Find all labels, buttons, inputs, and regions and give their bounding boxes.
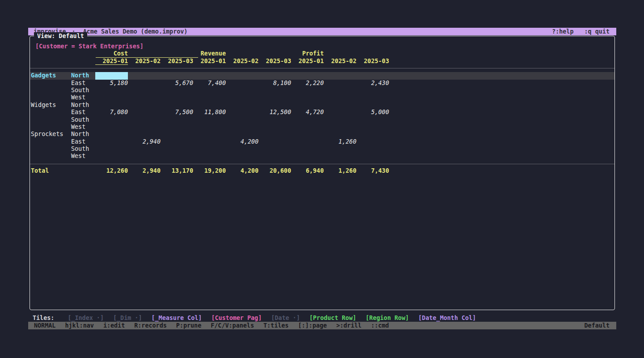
value-cell[interactable] [193, 124, 226, 131]
value-cell[interactable] [95, 124, 128, 131]
row-label-product[interactable] [30, 145, 71, 153]
value-cell[interactable] [161, 138, 193, 145]
row-label-product[interactable] [30, 138, 71, 145]
row-label-region[interactable]: West [71, 153, 95, 160]
row-label-product[interactable]: Widgets [30, 102, 71, 109]
value-cell[interactable] [161, 131, 193, 138]
tile-measure[interactable]: [_Measure Col] [152, 314, 202, 322]
value-cell[interactable] [356, 138, 389, 145]
row-label-product[interactable] [30, 109, 71, 116]
value-cell[interactable] [161, 102, 193, 109]
value-cell[interactable]: 5,670 [161, 80, 193, 87]
row-label-region[interactable]: North [71, 102, 95, 109]
value-cell[interactable] [258, 153, 291, 160]
month-header-cell[interactable]: 2025-03 [356, 58, 389, 65]
value-cell[interactable] [291, 124, 324, 131]
tile-region[interactable]: [Region Row] [366, 314, 409, 322]
row-label-product[interactable] [30, 153, 71, 160]
value-cell[interactable] [324, 145, 356, 153]
value-cell[interactable]: 4,200 [226, 138, 258, 145]
value-cell[interactable] [291, 138, 324, 145]
value-cell[interactable] [324, 72, 356, 79]
value-cell[interactable] [95, 131, 128, 138]
tile-dim[interactable]: [_Dim ·] [113, 314, 142, 322]
value-cell[interactable] [356, 145, 389, 153]
value-cell[interactable] [95, 94, 128, 101]
row-label-region[interactable]: North [71, 72, 95, 79]
value-cell[interactable] [324, 102, 356, 109]
value-cell[interactable] [226, 145, 258, 153]
value-cell[interactable]: 2,940 [128, 138, 161, 145]
value-cell[interactable]: 7,500 [161, 109, 193, 116]
value-cell[interactable]: 5,000 [356, 109, 389, 116]
value-cell[interactable] [128, 80, 161, 87]
value-cell[interactable] [226, 109, 258, 116]
month-header-cell[interactable]: 2025-01 [291, 58, 324, 65]
value-cell[interactable] [356, 153, 389, 160]
value-cell[interactable]: 4,720 [291, 109, 324, 116]
row-label-region[interactable]: North [71, 131, 95, 138]
value-cell[interactable] [161, 72, 193, 79]
row-label-region[interactable]: East [71, 138, 95, 145]
value-cell[interactable] [95, 102, 128, 109]
row-label-region[interactable]: West [71, 124, 95, 131]
value-cell[interactable] [258, 124, 291, 131]
value-cell[interactable] [128, 87, 161, 94]
month-header-cell[interactable]: 2025-02 [128, 58, 161, 65]
value-cell[interactable] [161, 145, 193, 153]
value-cell[interactable] [226, 80, 258, 87]
row-label-region[interactable]: West [71, 94, 95, 101]
value-cell[interactable] [161, 94, 193, 101]
value-cell[interactable] [226, 124, 258, 131]
value-cell[interactable] [226, 131, 258, 138]
value-cell[interactable] [226, 102, 258, 109]
row-label-product[interactable]: Sprockets [30, 131, 71, 138]
value-cell[interactable]: 7,400 [193, 80, 226, 87]
value-cell[interactable] [128, 109, 161, 116]
value-cell[interactable] [258, 145, 291, 153]
row-label-region[interactable]: South [71, 145, 95, 153]
value-cell[interactable] [128, 124, 161, 131]
value-cell[interactable] [226, 153, 258, 160]
value-cell[interactable]: 2,220 [291, 80, 324, 87]
value-cell[interactable] [193, 116, 226, 124]
value-cell[interactable] [128, 94, 161, 101]
value-cell[interactable] [95, 138, 128, 145]
value-cell[interactable] [193, 145, 226, 153]
value-cell[interactable]: 7,080 [95, 109, 128, 116]
value-cell[interactable] [258, 87, 291, 94]
value-cell[interactable] [193, 102, 226, 109]
value-cell[interactable] [258, 72, 291, 79]
value-cell[interactable] [356, 87, 389, 94]
value-cell[interactable]: 12,500 [258, 109, 291, 116]
value-cell[interactable] [226, 116, 258, 124]
month-header-cell[interactable]: 2025-03 [161, 58, 193, 65]
value-cell[interactable] [128, 102, 161, 109]
value-cell[interactable] [324, 116, 356, 124]
selected-cell[interactable] [95, 72, 128, 79]
row-label-product[interactable]: Gadgets [30, 72, 71, 79]
value-cell[interactable] [161, 124, 193, 131]
value-cell[interactable] [128, 131, 161, 138]
value-cell[interactable] [193, 153, 226, 160]
value-cell[interactable] [193, 72, 226, 79]
value-cell[interactable] [356, 116, 389, 124]
row-label-product[interactable] [30, 80, 71, 87]
value-cell[interactable] [291, 145, 324, 153]
value-cell[interactable] [128, 153, 161, 160]
value-cell[interactable] [95, 153, 128, 160]
value-cell[interactable] [128, 145, 161, 153]
value-cell[interactable] [291, 102, 324, 109]
value-cell[interactable] [193, 138, 226, 145]
filter-pill[interactable]: [Customer = Stark Enterprises] [35, 43, 614, 50]
row-label-product[interactable] [30, 124, 71, 131]
row-label-region[interactable]: East [71, 80, 95, 87]
value-cell[interactable] [226, 94, 258, 101]
value-cell[interactable] [324, 80, 356, 87]
value-cell[interactable] [258, 102, 291, 109]
value-cell[interactable] [324, 131, 356, 138]
value-cell[interactable] [258, 138, 291, 145]
value-cell[interactable] [193, 131, 226, 138]
value-cell[interactable] [193, 87, 226, 94]
tile-customer[interactable]: [Customer Pag] [211, 314, 262, 322]
